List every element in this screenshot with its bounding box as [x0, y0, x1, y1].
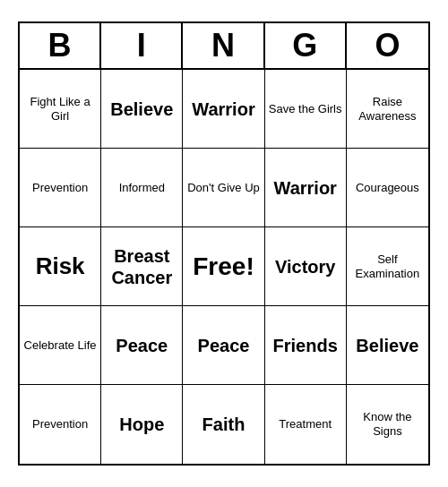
header-letter: B — [20, 23, 101, 68]
bingo-cell: Informed — [101, 149, 183, 227]
bingo-cell: Save the Girls — [265, 70, 347, 149]
bingo-cell: Treatment — [265, 385, 347, 464]
header-letter: O — [347, 23, 428, 68]
bingo-cell: Raise Awareness — [347, 70, 428, 149]
bingo-cell: Prevention — [20, 149, 101, 227]
bingo-cell: Fight Like a Girl — [20, 70, 101, 149]
bingo-cell: Warrior — [183, 70, 264, 149]
bingo-cell: Friends — [265, 306, 347, 385]
bingo-cell: Celebrate Life — [20, 306, 101, 385]
header-letter: N — [183, 23, 264, 68]
bingo-cell: Courageous — [347, 149, 428, 227]
bingo-cell: Free! — [183, 227, 264, 306]
header-letter: G — [265, 23, 347, 68]
bingo-cell: Victory — [265, 227, 347, 306]
bingo-cell: Self Examination — [347, 227, 428, 306]
bingo-header: BINGO — [20, 23, 428, 70]
bingo-cell: Risk — [20, 227, 101, 306]
bingo-cell: Peace — [183, 306, 264, 385]
bingo-grid: Fight Like a GirlBelieveWarriorSave the … — [20, 70, 428, 464]
header-letter: I — [101, 23, 183, 68]
bingo-cell: Peace — [101, 306, 183, 385]
bingo-cell: Believe — [101, 70, 183, 149]
bingo-cell: Hope — [101, 385, 183, 464]
bingo-card: BINGO Fight Like a GirlBelieveWarriorSav… — [18, 21, 430, 466]
bingo-cell: Don't Give Up — [183, 149, 264, 227]
bingo-cell: Know the Signs — [347, 385, 428, 464]
bingo-cell: Breast Cancer — [101, 227, 183, 306]
bingo-cell: Faith — [183, 385, 264, 464]
bingo-cell: Prevention — [20, 385, 101, 464]
bingo-cell: Believe — [347, 306, 428, 385]
bingo-cell: Warrior — [265, 149, 347, 227]
